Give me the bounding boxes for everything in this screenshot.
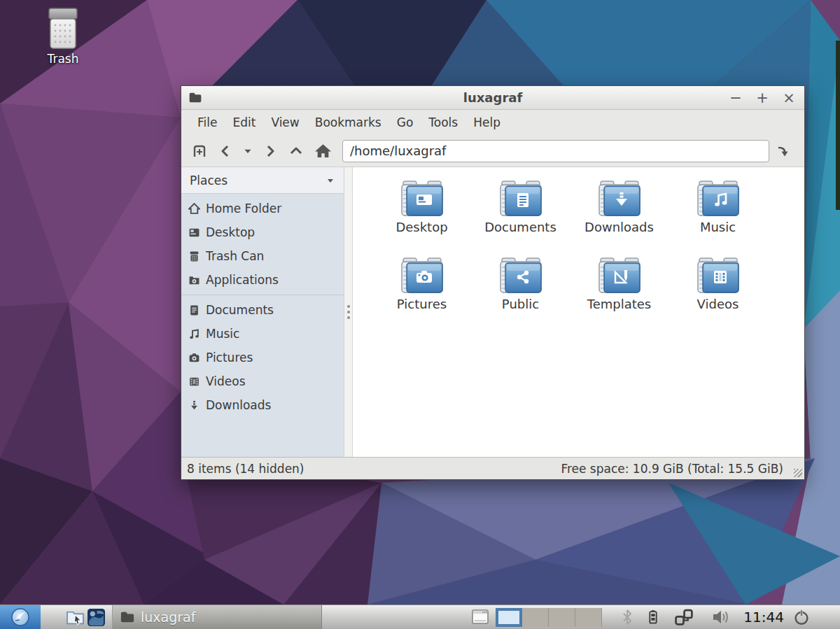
trash-can-icon xyxy=(43,7,83,50)
file-desktop[interactable]: Desktop xyxy=(372,178,471,255)
power-icon xyxy=(792,607,811,627)
go-arrow-icon xyxy=(776,143,792,160)
new-tab-button[interactable] xyxy=(187,139,212,163)
workspace-2[interactable] xyxy=(522,608,549,627)
sidebar-item-videos[interactable]: Videos xyxy=(181,369,344,393)
forward-button[interactable] xyxy=(257,139,282,163)
documents-icon xyxy=(188,304,200,316)
sidebar-separator xyxy=(181,295,344,295)
file-label: Templates xyxy=(587,297,652,311)
taskbar-clock[interactable]: 11:44 xyxy=(743,609,784,626)
start-menu-button[interactable] xyxy=(0,605,41,629)
downloads-icon xyxy=(188,400,200,411)
applications-icon xyxy=(188,274,200,286)
file-public[interactable]: Public xyxy=(471,255,570,332)
sidebar-item-downloads[interactable]: Downloads xyxy=(181,393,344,417)
file-label: Pictures xyxy=(397,297,447,311)
web-browser-launcher[interactable] xyxy=(85,605,106,629)
web-browser-icon xyxy=(87,608,106,627)
minimize-button[interactable]: − xyxy=(729,91,743,106)
sidebar-item-documents[interactable]: Documents xyxy=(181,298,344,322)
status-items-count: 8 items (14 hidden) xyxy=(187,462,304,476)
sidebar: Places Home Folder xyxy=(181,167,344,457)
menu-bookmarks[interactable]: Bookmarks xyxy=(309,112,388,133)
file-label: Public xyxy=(502,297,539,311)
menu-go[interactable]: Go xyxy=(391,112,420,133)
menu-help[interactable]: Help xyxy=(467,112,507,133)
file-label: Videos xyxy=(697,297,739,311)
file-pictures[interactable]: Pictures xyxy=(372,255,471,332)
lubuntu-logo-icon xyxy=(10,607,30,627)
window-folder-icon xyxy=(188,91,202,104)
places-dropdown-icon xyxy=(326,176,335,185)
status-free-space: Free space: 10.9 GiB (Total: 15.5 GiB) xyxy=(561,462,783,476)
power-button[interactable] xyxy=(792,607,811,627)
folder-videos-icon xyxy=(696,255,741,295)
toolbar xyxy=(181,135,804,167)
chevron-down-icon xyxy=(241,145,254,157)
sidebar-label: Applications xyxy=(206,273,279,287)
volume-tray-item[interactable] xyxy=(711,607,732,627)
menu-file[interactable]: File xyxy=(191,112,223,133)
menu-edit[interactable]: Edit xyxy=(226,112,262,133)
file-music[interactable]: Music xyxy=(668,178,767,255)
sidebar-label: Pictures xyxy=(206,351,253,365)
sidebar-item-desktop[interactable]: Desktop xyxy=(181,220,344,244)
sidebar-label: Videos xyxy=(206,374,246,388)
bluetooth-icon xyxy=(622,609,633,626)
menu-view[interactable]: View xyxy=(265,112,305,133)
file-templates[interactable]: Templates xyxy=(570,255,668,332)
maximize-button[interactable]: + xyxy=(755,91,769,106)
battery-tray-item[interactable] xyxy=(645,607,661,627)
desktop-trash-icon[interactable]: Trash xyxy=(32,7,94,66)
task-folder-icon xyxy=(120,610,135,624)
go-button[interactable] xyxy=(771,139,797,163)
back-button[interactable] xyxy=(214,139,239,163)
workspace-3[interactable] xyxy=(549,608,575,627)
folder-templates-icon xyxy=(597,255,642,295)
new-tab-icon xyxy=(191,143,208,160)
volume-icon xyxy=(711,607,732,627)
places-label: Places xyxy=(190,174,227,188)
file-documents[interactable]: Documents xyxy=(471,178,570,255)
history-dropdown-button[interactable] xyxy=(240,139,255,163)
file-videos[interactable]: Videos xyxy=(668,255,767,332)
videos-icon xyxy=(188,376,200,388)
workspace-pager xyxy=(496,608,602,627)
file-downloads[interactable]: Downloads xyxy=(570,178,668,255)
sidebar-label: Home Folder xyxy=(206,202,281,215)
pictures-icon xyxy=(188,352,200,364)
path-input[interactable] xyxy=(342,140,769,162)
sidebar-item-trash[interactable]: Trash Can xyxy=(181,244,344,268)
titlebar[interactable]: luxagraf − + × xyxy=(181,86,804,110)
sidebar-item-pictures[interactable]: Pictures xyxy=(181,346,344,369)
home-button[interactable] xyxy=(310,139,335,163)
sidebar-item-home[interactable]: Home Folder xyxy=(181,197,344,220)
menu-tools[interactable]: Tools xyxy=(422,112,464,133)
workspace-1[interactable] xyxy=(496,608,522,627)
statusbar: 8 items (14 hidden) Free space: 10.9 GiB… xyxy=(181,457,804,479)
file-label: Music xyxy=(700,220,736,234)
folder-pictures-icon xyxy=(400,255,444,295)
menubar: File Edit View Bookmarks Go Tools Help xyxy=(181,110,804,135)
battery-icon xyxy=(645,607,661,627)
task-button-luxagraf[interactable]: luxagraf xyxy=(112,605,322,629)
close-button[interactable]: × xyxy=(782,91,796,106)
file-label: Documents xyxy=(484,220,556,234)
file-manager-window: luxagraf − + × File Edit View Bookmarks … xyxy=(181,85,805,480)
sidebar-label: Desktop xyxy=(206,225,255,239)
network-icon xyxy=(673,608,694,627)
file-manager-launcher[interactable] xyxy=(64,605,85,629)
file-pane[interactable]: Desktop Documents xyxy=(353,167,804,457)
up-button[interactable] xyxy=(284,139,309,163)
network-tray-item[interactable] xyxy=(673,608,694,627)
workspace-4[interactable] xyxy=(575,608,602,627)
bluetooth-tray-item[interactable] xyxy=(622,609,633,626)
sidebar-item-music[interactable]: Music xyxy=(181,322,344,346)
sidebar-item-applications[interactable]: Applications xyxy=(181,268,344,292)
resize-grip[interactable] xyxy=(794,469,802,477)
pane-splitter[interactable] xyxy=(344,167,353,457)
places-header[interactable]: Places xyxy=(181,167,344,194)
show-desktop-button[interactable] xyxy=(470,607,490,627)
chevron-up-icon xyxy=(288,143,304,160)
